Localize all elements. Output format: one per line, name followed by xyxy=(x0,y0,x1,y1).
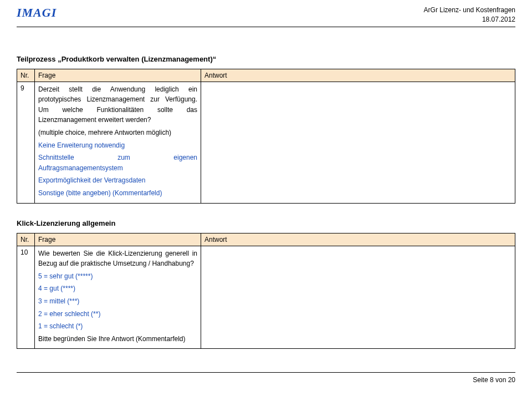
table-row: 9 Derzeit stellt die Anwendung lediglich… xyxy=(17,82,515,203)
q9-opt1: Keine Erweiterung notwendig xyxy=(38,140,197,151)
page-header: IMAGI ArGr Lizenz- und Kostenfragen 18.0… xyxy=(17,6,515,27)
cell-antwort xyxy=(201,246,515,349)
section2-table: Nr. Frage Antwort 10 Wie bewerten Sie di… xyxy=(17,233,515,349)
cell-frage: Derzeit stellt die Anwendung lediglich e… xyxy=(35,82,201,203)
table-row: 10 Wie bewerten Sie die Klick-Lizenzieru… xyxy=(17,246,515,349)
q10-s3: 3 = mittel (***) xyxy=(38,296,197,307)
section1-table: Nr. Frage Antwort 9 Derzeit stellt die A… xyxy=(17,69,515,204)
col-frage: Frage xyxy=(35,69,201,82)
logo: IMAGI xyxy=(17,6,57,20)
page-footer: Seite 8 von 20 xyxy=(17,372,515,384)
q10-s1: 1 = schlecht (*) xyxy=(38,321,197,332)
cell-antwort xyxy=(201,82,515,203)
q10-text: Wie bewerten Sie die Klick-Lizenzierung … xyxy=(38,248,197,269)
cell-frage: Wie bewerten Sie die Klick-Lizenzierung … xyxy=(35,246,201,349)
section1-title: Teilprozess „Produktkorb verwalten (Lize… xyxy=(17,55,515,63)
table-header-row: Nr. Frage Antwort xyxy=(17,233,515,246)
q9-note: (multiple choice, mehrere Antworten mögl… xyxy=(38,128,197,138)
q9-opt3: Exportmöglichkeit der Vertragsdaten xyxy=(38,175,197,186)
q9-text: Derzeit stellt die Anwendung lediglich e… xyxy=(38,84,197,125)
header-date: 18.07.2012 xyxy=(424,15,515,24)
q10-s2: 2 = eher schlecht (**) xyxy=(38,309,197,319)
cell-nr: 10 xyxy=(17,246,35,349)
q10-note: Bitte begründen Sie Ihre Antwort (Kommen… xyxy=(38,334,197,344)
header-title: ArGr Lizenz- und Kostenfragen xyxy=(424,6,515,15)
page-number: Seite 8 von 20 xyxy=(473,376,515,384)
table-header-row: Nr. Frage Antwort xyxy=(17,69,515,82)
col-nr: Nr. xyxy=(17,69,35,82)
section2-title: Klick-Lizenzierung allgemein xyxy=(17,219,515,227)
header-meta: ArGr Lizenz- und Kostenfragen 18.07.2012 xyxy=(424,6,515,24)
q9-opt4: Sonstige (bitte angeben) (Kommentarfeld) xyxy=(38,188,197,199)
col-antwort: Antwort xyxy=(201,233,515,246)
q9-opt2: Schnittstelle zum eigenen Auftragsmanage… xyxy=(38,153,197,173)
col-antwort: Antwort xyxy=(201,69,515,82)
cell-nr: 9 xyxy=(17,82,35,203)
q10-s5: 5 = sehr gut (*****) xyxy=(38,271,197,282)
col-frage: Frage xyxy=(35,233,201,246)
col-nr: Nr. xyxy=(17,233,35,246)
q10-s4: 4 = gut (****) xyxy=(38,283,197,294)
